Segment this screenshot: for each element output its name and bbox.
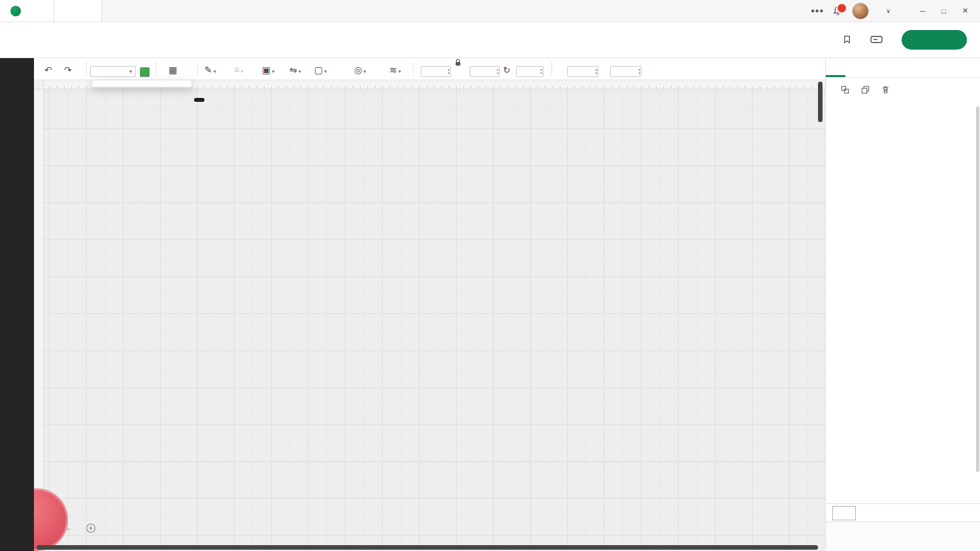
undo-icon[interactable]: ↶ [44, 65, 52, 74]
size-tooltip [194, 98, 204, 102]
ruler-vertical [34, 89, 44, 551]
rotate-icon[interactable]: ↻ [503, 66, 510, 74]
header-right [828, 22, 967, 57]
bookmark-icon [843, 35, 851, 44]
layers-panel-tabs [826, 57, 980, 78]
notifications-bell-icon[interactable] [832, 5, 843, 16]
create-sticker-icon[interactable]: ◎▾ [354, 65, 366, 74]
chevron-down-icon: ▾ [299, 69, 301, 74]
divider [551, 61, 552, 76]
arrange-icon[interactable]: ▣▾ [262, 65, 274, 74]
canvas-tab[interactable] [54, 0, 102, 22]
minimize-button[interactable]: ─ [916, 7, 929, 15]
stepper-icon[interactable]: ▴▾ [638, 67, 640, 76]
operation-dropdown[interactable]: ▾ [90, 66, 136, 77]
lock-icon[interactable] [455, 59, 461, 67]
duplicate-icon[interactable] [860, 85, 870, 95]
tab-layers[interactable] [826, 57, 845, 77]
flip-icon[interactable]: ⇋▾ [289, 65, 301, 74]
offset-icon[interactable]: ▢▾ [314, 65, 327, 74]
chevron-down-icon: ▾ [324, 69, 327, 74]
stepper-icon[interactable]: ▴▾ [595, 67, 597, 76]
edit-toolbar: ↶ ↷ ▾ ▦ ✎▾ ≡▾ ▣▾ ⇋▾ ▢▾ ◎▾ ≋▾ ▴▾ ▴▾ ↻ ▴▾ [34, 57, 825, 80]
machine-icon [870, 35, 883, 44]
chevron-down-icon: ▾ [129, 69, 132, 74]
stepper-icon[interactable]: ▴▾ [448, 67, 449, 76]
stepper-icon[interactable]: ▴▾ [497, 67, 498, 76]
divider [155, 61, 156, 76]
chevron-down-icon: ▾ [272, 69, 274, 74]
divider [86, 61, 87, 76]
layer-list [826, 102, 980, 504]
layers-actions-bar [826, 522, 980, 551]
rotate-input[interactable]: ▴▾ [516, 66, 544, 77]
layers-scrollbar[interactable] [976, 106, 979, 472]
divider [413, 61, 414, 76]
divider [197, 61, 198, 76]
y-input[interactable]: ▴▾ [610, 66, 642, 77]
x-input[interactable]: ▴▾ [567, 66, 598, 77]
redo-icon[interactable]: ↷ [64, 65, 72, 74]
edit-icon[interactable]: ✎▾ [204, 65, 216, 74]
home-tab[interactable] [0, 0, 54, 22]
chevron-down-icon: ▾ [214, 69, 216, 74]
make-button[interactable] [902, 30, 967, 50]
titlebar: ••• ∨ ─ □ ✕ [0, 0, 980, 22]
height-input[interactable]: ▴▾ [470, 66, 500, 77]
align-icon[interactable]: ≡▾ [234, 65, 243, 74]
select-all-icon[interactable]: ▦ [169, 65, 177, 74]
horizontal-scrollbar[interactable] [37, 545, 818, 550]
delete-icon[interactable] [881, 85, 890, 95]
width-input[interactable]: ▴▾ [421, 66, 451, 77]
vertical-scrollbar[interactable] [818, 82, 823, 122]
maximize-button[interactable]: □ [938, 7, 950, 15]
layer-color-swatch[interactable] [140, 67, 150, 77]
notification-badge [836, 3, 847, 14]
layers-panel [825, 57, 980, 551]
ruler-corner [34, 80, 44, 89]
blank-canvas-swatch [832, 506, 856, 520]
my-stuff-button[interactable] [843, 35, 856, 44]
chevron-down-icon: ▾ [363, 69, 366, 74]
account-chevron-icon[interactable]: ∨ [886, 7, 890, 14]
layers-toolbar [826, 78, 980, 101]
tab-color-sync[interactable] [845, 57, 865, 77]
titlebar-right: ••• ∨ ─ □ ✕ [811, 0, 980, 22]
close-button[interactable]: ✕ [958, 7, 972, 15]
chevron-down-icon: ▾ [240, 69, 243, 74]
chevron-down-icon: ▾ [399, 69, 401, 74]
machine-selector[interactable] [870, 35, 887, 44]
stepper-icon[interactable]: ▴▾ [540, 67, 542, 76]
zoom-in-icon[interactable] [86, 523, 96, 533]
warp-icon[interactable]: ≋▾ [389, 65, 401, 74]
left-sidebar [0, 57, 34, 551]
operation-menu [91, 80, 192, 87]
group-icon[interactable] [840, 85, 850, 95]
more-options-icon[interactable]: ••• [811, 5, 824, 17]
cricut-logo-icon [10, 6, 21, 16]
blank-canvas-row[interactable] [826, 503, 980, 522]
canvas[interactable] [34, 80, 825, 551]
user-avatar[interactable] [852, 3, 869, 20]
project-header [0, 22, 980, 58]
